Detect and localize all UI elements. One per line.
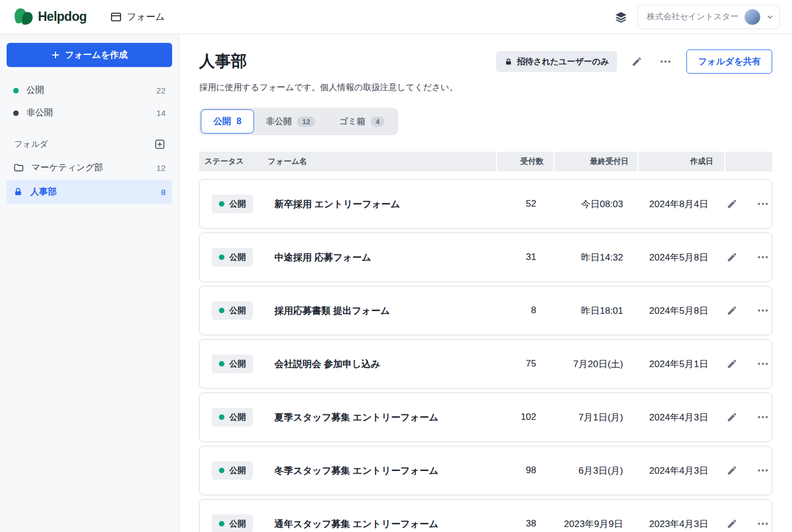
form-name[interactable]: 冬季スタッフ募集 エントリーフォーム [262, 464, 496, 477]
status-label: 公開 [229, 252, 246, 263]
table-row[interactable]: 公開 通年スタッフ募集 エントリーフォーム 38 2023年9月9日 2023年… [199, 499, 772, 532]
lock-icon [504, 57, 513, 66]
row-more-icon[interactable] [754, 408, 772, 426]
edit-form-icon[interactable] [724, 463, 740, 478]
published-dot-icon [13, 88, 19, 93]
status-badge: 公開 [212, 514, 253, 532]
table-row[interactable]: 公開 会社説明会 参加申し込み 75 7月20日(土) 2024年5月1日 [199, 339, 772, 389]
table-row[interactable]: 公開 中途採用 応募フォーム 31 昨日14:32 2024年5月8日 [199, 232, 772, 282]
tab-label: 公開 [213, 116, 231, 128]
form-name[interactable]: 新卒採用 エントリーフォーム [262, 198, 496, 210]
folders-section-label: フォルダ [14, 139, 48, 149]
folder-label: 人事部 [30, 186, 154, 198]
status-label: 公開 [229, 519, 246, 529]
last-received-date: 昨日18:01 [553, 304, 637, 317]
last-received-date: 6月3日(月) [553, 464, 637, 477]
tab-count: 12 [297, 117, 315, 127]
folder-count: 12 [156, 163, 166, 173]
status-dot-icon [219, 521, 224, 527]
edit-form-icon[interactable] [724, 516, 740, 531]
tab-unpublished[interactable]: 非公開 12 [254, 109, 327, 134]
row-more-icon[interactable] [754, 462, 772, 479]
col-form-name: フォーム名 [262, 152, 496, 171]
edit-form-icon[interactable] [724, 303, 740, 318]
form-name[interactable]: 中途採用 応募フォーム [262, 251, 496, 264]
col-submissions: 受付数 [496, 152, 553, 171]
created-date: 2024年8月4日 [637, 198, 724, 210]
col-actions [724, 152, 772, 171]
col-last-received: 最終受付日 [553, 152, 637, 171]
row-more-icon[interactable] [754, 248, 772, 266]
form-name[interactable]: 通年スタッフ募集 エントリーフォーム [262, 518, 496, 530]
status-tabs: 公開 8 非公開 12 ゴミ箱 4 [199, 108, 398, 135]
status-badge: 公開 [212, 248, 253, 267]
helpdog-logo-icon [12, 8, 33, 26]
add-folder-icon[interactable] [154, 138, 166, 150]
status-label: 公開 [229, 359, 246, 369]
row-more-icon[interactable] [754, 515, 772, 532]
created-date: 2024年4月3日 [637, 464, 724, 477]
folder-more-icon[interactable] [657, 53, 674, 70]
tab-trash[interactable]: ゴミ箱 4 [327, 109, 397, 134]
col-created: 作成日 [637, 152, 724, 171]
table-row[interactable]: 公開 新卒採用 エントリーフォーム 52 今日08:03 2024年8月4日 [199, 179, 772, 229]
lock-icon [13, 186, 23, 197]
sidebar-item-label: 非公開 [26, 107, 156, 119]
edit-folder-icon[interactable] [629, 54, 645, 69]
folder-description: 採用に使用するフォームです。個人情報の取扱注意してください。 [199, 82, 772, 93]
brand[interactable]: Helpdog [12, 8, 87, 26]
create-form-label: フォームを作成 [65, 49, 128, 61]
submission-count: 102 [496, 412, 553, 423]
brand-name: Helpdog [38, 9, 87, 24]
product-forms[interactable]: フォーム [110, 10, 165, 23]
sidebar-folder-hr[interactable]: 人事部 8 [7, 180, 172, 204]
status-label: 公開 [229, 199, 246, 209]
status-label: 公開 [229, 412, 246, 423]
status-dot-icon [219, 468, 224, 473]
chevron-down-icon [766, 13, 774, 21]
table-row[interactable]: 公開 夏季スタッフ募集 エントリーフォーム 102 7月1日(月) 2024年4… [199, 392, 772, 442]
invited-only-badge: 招待されたユーザーのみ [496, 51, 617, 72]
table-row[interactable]: 公開 採用応募書類 提出フォーム 8 昨日18:01 2024年5月8日 [199, 286, 772, 335]
edit-form-icon[interactable] [724, 196, 740, 212]
sidebar-item-published[interactable]: 公開 22 [7, 79, 172, 102]
sidebar-folder-marketing[interactable]: マーケティング部 12 [7, 156, 172, 180]
last-received-date: 今日08:03 [553, 198, 637, 210]
tab-published[interactable]: 公開 8 [201, 109, 254, 134]
edit-form-icon[interactable] [724, 409, 740, 425]
sidebar-item-count: 14 [156, 108, 166, 118]
form-name[interactable]: 採用応募書類 提出フォーム [262, 304, 496, 317]
apps-switcher-icon[interactable] [614, 10, 628, 24]
created-date: 2024年5月8日 [637, 251, 724, 264]
form-name[interactable]: 夏季スタッフ募集 エントリーフォーム [262, 411, 496, 424]
avatar [744, 9, 761, 25]
row-more-icon[interactable] [754, 355, 772, 373]
table-header: ステータス フォーム名 受付数 最終受付日 作成日 [199, 152, 772, 171]
status-badge: 公開 [212, 354, 253, 373]
submission-count: 75 [496, 358, 553, 369]
org-menu[interactable]: 株式会社セイントスター [637, 5, 780, 29]
edit-form-icon[interactable] [724, 356, 740, 372]
form-name[interactable]: 会社説明会 参加申し込み [262, 358, 496, 370]
org-name: 株式会社セイントスター [647, 12, 739, 22]
sidebar-item-label: 公開 [26, 85, 156, 96]
page-title: 人事部 [199, 51, 247, 73]
edit-form-icon[interactable] [724, 250, 740, 265]
created-date: 2023年4月3日 [637, 518, 724, 530]
status-badge: 公開 [212, 408, 253, 426]
sidebar: フォームを作成 公開 22 非公開 14 フォルダ [0, 34, 179, 532]
row-more-icon[interactable] [754, 302, 772, 319]
status-dot-icon [219, 414, 224, 420]
table-row[interactable]: 公開 冬季スタッフ募集 エントリーフォーム 98 6月3日(月) 2024年4月… [199, 446, 772, 495]
tab-count: 4 [371, 117, 384, 127]
last-received-date: 7月1日(月) [553, 411, 637, 424]
submission-count: 98 [496, 465, 553, 476]
sidebar-item-unpublished[interactable]: 非公開 14 [7, 102, 172, 124]
status-dot-icon [219, 361, 224, 367]
submission-count: 8 [496, 305, 553, 316]
form-list: 公開 新卒採用 エントリーフォーム 52 今日08:03 2024年8月4日 公 [199, 179, 772, 532]
row-more-icon[interactable] [754, 195, 772, 213]
create-form-button[interactable]: フォームを作成 [7, 43, 172, 67]
main-content: 人事部 招待されたユーザーのみ [179, 34, 792, 532]
share-folder-button[interactable]: フォルダを共有 [686, 49, 772, 74]
